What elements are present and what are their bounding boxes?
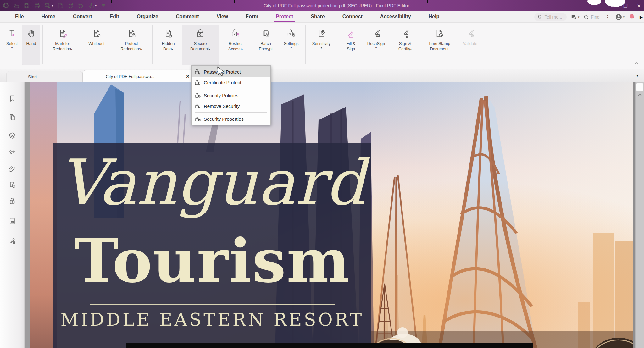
- create-pdf-button[interactable]: [57, 2, 64, 9]
- select-button[interactable]: Select▾: [2, 25, 22, 65]
- slide-divider-line: [90, 304, 335, 305]
- menu-item-certificate-protect[interactable]: Certificate Protect: [192, 77, 270, 88]
- menu-separator: [195, 89, 267, 89]
- batch-encrypt-button[interactable]: BatchEncrypt: [252, 25, 279, 65]
- chevron-down-icon: ▾: [209, 48, 210, 51]
- svg-text:DS: DS: [377, 35, 379, 36]
- menu-form[interactable]: Form: [237, 11, 267, 23]
- touch-mode-button[interactable]: ▾: [88, 2, 97, 9]
- panel-attachments-button[interactable]: [8, 165, 16, 173]
- menu-edit[interactable]: Edit: [101, 11, 128, 23]
- print-button[interactable]: [34, 2, 41, 9]
- secure-document-button[interactable]: SecureDocument▾: [182, 25, 219, 65]
- panel-bookmarks-button[interactable]: [8, 94, 16, 102]
- restrict-access-icon: [230, 28, 241, 39]
- ribbon-group-separator: [484, 25, 484, 64]
- title-bar: ▾▾ City of PDF Full password protection.…: [0, 0, 644, 11]
- email-button[interactable]: ▾: [44, 2, 53, 9]
- menu-item-label: Remove Security: [204, 103, 240, 109]
- menu-accessibility[interactable]: Accessibility: [371, 11, 420, 23]
- button-label: Redactions: [120, 47, 141, 51]
- hand-button[interactable]: Hand: [22, 25, 40, 65]
- notification-bell-icon[interactable]: [629, 14, 635, 20]
- save-icon: [23, 2, 30, 9]
- redo-icon: [77, 2, 84, 9]
- menu-share[interactable]: Share: [302, 11, 333, 23]
- tell-me-search[interactable]: Tell me...: [534, 13, 567, 21]
- menu-convert[interactable]: Convert: [64, 11, 101, 23]
- lock-props-icon: [194, 116, 201, 122]
- button-label: Whiteout: [88, 41, 104, 46]
- menu-connect[interactable]: Connect: [334, 11, 371, 23]
- docusign-icon: DS: [371, 28, 381, 39]
- panel-security-settings-button[interactable]: [8, 197, 16, 205]
- print-icon: [34, 2, 41, 9]
- more-options-button[interactable]: ⋮: [603, 14, 611, 20]
- restrict-access-button[interactable]: RestrictAccess▾: [219, 25, 252, 65]
- canvas-margin: [25, 82, 30, 348]
- panel-digital-signatures-button[interactable]: [8, 236, 16, 245]
- minimize-button[interactable]: –: [611, 3, 614, 8]
- settings-button[interactable]: Settings▾: [279, 25, 303, 65]
- menu-item-password-protect[interactable]: Password Protect: [192, 66, 270, 77]
- find-input[interactable]: Find: [583, 14, 599, 20]
- secure-document-menu: Password ProtectCertificate ProtectSecur…: [191, 65, 271, 125]
- button-label: Mark for: [55, 41, 70, 46]
- button-label: Access: [228, 47, 242, 51]
- menu-comment[interactable]: Comment: [167, 11, 208, 23]
- panel-page-thumbnails-button[interactable]: [8, 113, 16, 121]
- sign-certify-icon: [400, 28, 410, 39]
- restore-button[interactable]: ❐: [623, 3, 627, 8]
- docusign-button[interactable]: DSDocuSign▾: [362, 25, 390, 65]
- ribbon-group-separator: [337, 25, 337, 64]
- open-file-button[interactable]: [13, 2, 20, 9]
- hidden-data-button[interactable]: HiddenData▾: [155, 25, 182, 65]
- chevron-down-icon: ▾: [141, 48, 142, 51]
- menu-file[interactable]: File: [6, 11, 33, 23]
- tab-document[interactable]: City of PDF Full passwo... ✕: [82, 70, 195, 82]
- timestamp-button[interactable]: Time StampDocument: [420, 25, 458, 65]
- find-placeholder: Find: [591, 14, 599, 19]
- timestamp-icon: [434, 28, 445, 39]
- video-marker-tick: [234, 0, 235, 3]
- close-button[interactable]: ✕: [637, 3, 641, 8]
- account-button[interactable]: ▾: [615, 14, 625, 20]
- menu-item-remove-security[interactable]: Remove Security: [192, 101, 270, 111]
- sign-certify-button[interactable]: Sign &Certify▾: [390, 25, 420, 65]
- chevron-down-icon: ▾: [321, 46, 322, 49]
- whiteout-button[interactable]: Whiteout: [80, 25, 113, 65]
- panel-comments-button[interactable]: [8, 148, 16, 157]
- menu-protect[interactable]: Protect: [267, 11, 302, 23]
- slide-heading-bold: Tourism: [53, 231, 371, 291]
- collapse-ribbon-button[interactable]: [634, 60, 639, 345]
- undo-button[interactable]: [67, 2, 74, 9]
- panel-layers-button[interactable]: [8, 131, 16, 140]
- video-overlay-blob: [587, 0, 601, 5]
- chevron-down-icon: ▾: [11, 46, 13, 49]
- menu-organize[interactable]: Organize: [128, 11, 167, 23]
- close-tab-icon[interactable]: ✕: [186, 74, 190, 79]
- tab-start[interactable]: Start: [6, 71, 82, 82]
- protect-redactions-button[interactable]: ProtectRedactions▾: [113, 25, 150, 65]
- secure-document-icon: [195, 28, 206, 39]
- protect-redactions-icon: [126, 28, 137, 39]
- app-logo-button[interactable]: [3, 2, 9, 9]
- save-button[interactable]: [23, 2, 30, 9]
- menu-help[interactable]: Help: [420, 11, 448, 23]
- sensitivity-button[interactable]: Sensitivity▾: [308, 25, 335, 65]
- find-in-document-button[interactable]: ▾: [571, 14, 580, 20]
- redo-button[interactable]: [77, 2, 84, 9]
- mark-for-redaction-button[interactable]: Mark forRedaction▾: [45, 25, 80, 65]
- panel-fields-button[interactable]: [8, 217, 16, 225]
- menu-view[interactable]: View: [208, 11, 237, 23]
- tell-me-placeholder: Tell me...: [545, 14, 562, 19]
- menu-item-security-policies[interactable]: Security Policies: [192, 90, 270, 101]
- panel-tracker-button[interactable]: [8, 181, 16, 189]
- menu-home[interactable]: Home: [33, 11, 64, 23]
- window-controls: –❐✕: [611, 0, 641, 11]
- chevron-down-icon: ▾: [71, 48, 73, 51]
- menu-item-security-properties[interactable]: Security Properties: [192, 113, 270, 124]
- video-marker-tick: [427, 0, 428, 3]
- customize-toolbar-button[interactable]: [100, 2, 107, 9]
- fill-sign-button[interactable]: Fill &Sign: [340, 25, 362, 65]
